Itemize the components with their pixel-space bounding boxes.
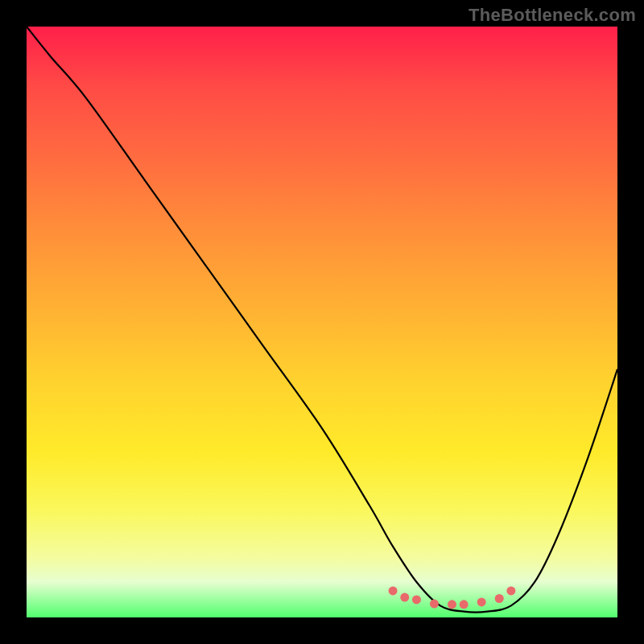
valley-marker bbox=[495, 594, 504, 603]
valley-marker bbox=[506, 586, 515, 595]
watermark-text: TheBottleneck.com bbox=[469, 5, 636, 26]
valley-marker bbox=[477, 597, 486, 606]
valley-marker bbox=[460, 600, 469, 609]
curve-svg bbox=[27, 27, 617, 617]
valley-marker bbox=[412, 595, 421, 604]
chart-container: TheBottleneck.com bbox=[0, 0, 644, 644]
valley-marker bbox=[448, 600, 456, 609]
bottleneck-curve bbox=[27, 27, 617, 613]
valley-markers bbox=[389, 586, 516, 609]
valley-marker bbox=[400, 593, 409, 602]
plot-area bbox=[27, 27, 617, 617]
valley-marker bbox=[430, 600, 439, 609]
valley-marker bbox=[389, 586, 398, 595]
